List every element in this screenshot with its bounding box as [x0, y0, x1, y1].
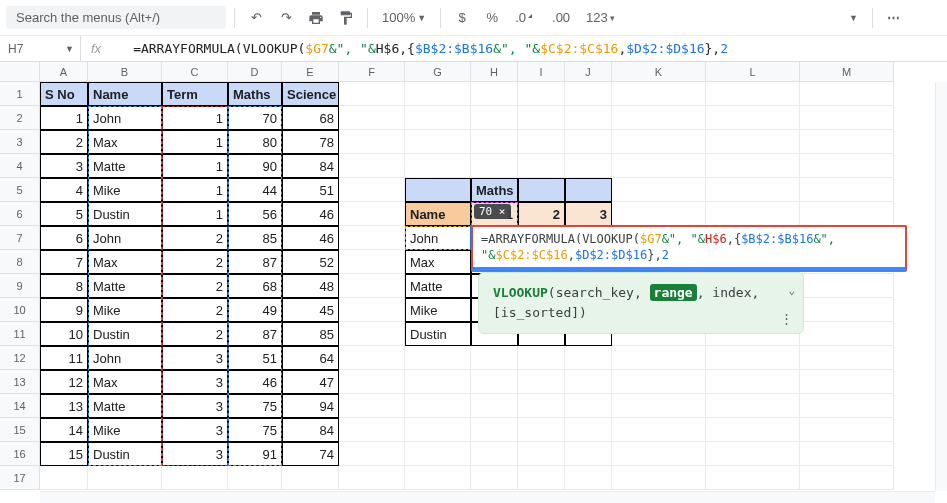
column-header[interactable]: J — [565, 62, 612, 82]
cell[interactable]: 52 — [282, 250, 339, 274]
cell[interactable]: 51 — [228, 346, 282, 370]
cell[interactable] — [339, 394, 405, 418]
cell[interactable]: 1 — [162, 154, 228, 178]
cell[interactable]: 2 — [162, 322, 228, 346]
cell[interactable]: 49 — [228, 298, 282, 322]
cell[interactable] — [339, 226, 405, 250]
column-header[interactable]: C — [162, 62, 228, 82]
cell[interactable]: 8 — [40, 274, 88, 298]
cell[interactable] — [405, 370, 471, 394]
row-header[interactable]: 12 — [0, 346, 40, 370]
column-header[interactable]: D — [228, 62, 282, 82]
cell[interactable] — [565, 370, 612, 394]
cell[interactable] — [612, 130, 706, 154]
cell[interactable] — [518, 346, 565, 370]
column-header[interactable]: L — [706, 62, 800, 82]
cell[interactable] — [800, 82, 894, 106]
cell[interactable]: Mike — [88, 298, 162, 322]
cell[interactable] — [339, 202, 405, 226]
cell[interactable]: 87 — [228, 322, 282, 346]
cell[interactable] — [800, 274, 894, 298]
cell[interactable] — [471, 394, 518, 418]
row-header[interactable]: 13 — [0, 370, 40, 394]
row-header[interactable]: 6 — [0, 202, 40, 226]
cell[interactable]: Max — [88, 130, 162, 154]
cell[interactable] — [706, 154, 800, 178]
cell[interactable]: 74 — [282, 442, 339, 466]
cell[interactable] — [405, 82, 471, 106]
column-header[interactable]: B — [88, 62, 162, 82]
cell[interactable] — [471, 130, 518, 154]
cell[interactable] — [612, 370, 706, 394]
cell[interactable]: 5 — [40, 202, 88, 226]
cell[interactable]: 3 — [40, 154, 88, 178]
column-header[interactable]: A — [40, 62, 88, 82]
cell[interactable]: Max — [405, 250, 471, 274]
cell[interactable]: 85 — [228, 226, 282, 250]
cell[interactable]: Max — [88, 250, 162, 274]
cell[interactable]: Dustin — [405, 322, 471, 346]
cell[interactable] — [565, 154, 612, 178]
cell[interactable] — [706, 130, 800, 154]
cell[interactable] — [339, 418, 405, 442]
cell[interactable]: 2 — [518, 202, 565, 226]
cell[interactable] — [800, 370, 894, 394]
cell[interactable]: 46 — [282, 226, 339, 250]
cell[interactable] — [339, 130, 405, 154]
formula-input[interactable]: =ARRAYFORMULA(VLOOKUP($G7&", "&H$6,{$B$2… — [111, 36, 947, 61]
column-header[interactable]: E — [282, 62, 339, 82]
cell[interactable] — [518, 130, 565, 154]
cell[interactable]: Matte — [88, 274, 162, 298]
cell[interactable]: 80 — [228, 130, 282, 154]
cell[interactable]: 75 — [228, 394, 282, 418]
print-icon[interactable] — [303, 5, 329, 31]
column-header[interactable]: H — [471, 62, 518, 82]
vertical-scrollbar[interactable] — [935, 82, 947, 491]
cell[interactable]: Name — [405, 202, 471, 226]
name-box[interactable]: H7▼ — [0, 42, 80, 56]
cell[interactable]: 3 — [162, 346, 228, 370]
cell[interactable] — [405, 466, 471, 490]
cell[interactable] — [162, 466, 228, 490]
cell[interactable]: 11 — [40, 346, 88, 370]
cell[interactable] — [471, 370, 518, 394]
cell[interactable]: 1 — [40, 106, 88, 130]
cell[interactable] — [40, 466, 88, 490]
cell[interactable] — [405, 130, 471, 154]
cell[interactable] — [339, 178, 405, 202]
increase-decimal-button[interactable]: .00 — [546, 10, 576, 25]
cell[interactable] — [471, 466, 518, 490]
cell[interactable]: 2 — [162, 250, 228, 274]
cell[interactable]: 3 — [162, 370, 228, 394]
column-headers[interactable]: ABCDEFGHIJKLM — [0, 62, 894, 82]
cell[interactable]: John — [88, 226, 162, 250]
cell[interactable] — [471, 106, 518, 130]
cell[interactable] — [471, 346, 518, 370]
row-header[interactable]: 4 — [0, 154, 40, 178]
cell[interactable] — [405, 178, 471, 202]
cell[interactable]: 2 — [162, 226, 228, 250]
cell[interactable]: 46 — [228, 370, 282, 394]
cell[interactable] — [518, 178, 565, 202]
cell[interactable]: Maths — [228, 82, 282, 106]
cell[interactable] — [706, 370, 800, 394]
cell[interactable]: Mike — [88, 178, 162, 202]
cell[interactable] — [565, 394, 612, 418]
cell[interactable] — [612, 346, 706, 370]
cell[interactable] — [405, 442, 471, 466]
cell[interactable]: 13 — [40, 394, 88, 418]
row-headers[interactable]: 1234567891011121314151617 — [0, 82, 40, 490]
cell[interactable] — [565, 346, 612, 370]
cell[interactable]: 45 — [282, 298, 339, 322]
cell[interactable] — [706, 442, 800, 466]
cell[interactable] — [565, 418, 612, 442]
cell[interactable]: Matte — [88, 154, 162, 178]
cell[interactable] — [612, 202, 706, 226]
cell[interactable] — [612, 394, 706, 418]
cell[interactable] — [405, 346, 471, 370]
cell[interactable]: Name — [88, 82, 162, 106]
cell[interactable] — [800, 130, 894, 154]
cell[interactable] — [800, 178, 894, 202]
cell[interactable]: 47 — [282, 370, 339, 394]
cell[interactable] — [339, 274, 405, 298]
